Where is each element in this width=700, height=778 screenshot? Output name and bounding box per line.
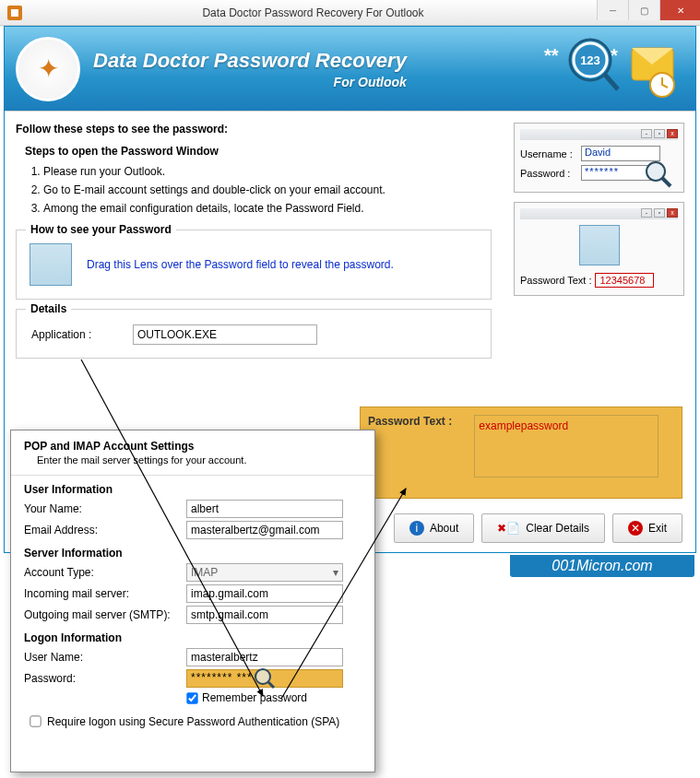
password-text-value: examplepassword bbox=[474, 415, 658, 477]
od-remember-checkbox[interactable] bbox=[186, 692, 197, 703]
clear-details-button[interactable]: ✖📄 Clear Details bbox=[481, 513, 605, 543]
svg-rect-1 bbox=[11, 9, 18, 17]
mini-pt-label: Password Text : bbox=[520, 275, 591, 286]
howto-text: Drag this Lens over the Password field t… bbox=[87, 258, 394, 271]
od-outgoing-label: Outgoing mail server (SMTP): bbox=[24, 608, 186, 621]
lens-drag-handle[interactable] bbox=[30, 243, 72, 286]
mini-maximize-icon: ▫ bbox=[654, 129, 665, 138]
step-item: Go to E-mail account settings and double… bbox=[43, 183, 495, 196]
outlook-settings-dialog: POP and IMAP Account Settings Enter the … bbox=[10, 430, 375, 772]
step-item: Among the email configuration details, l… bbox=[43, 202, 495, 215]
example-login-dialog: - ▫ x Username : David Password : ******… bbox=[514, 123, 684, 193]
example-result-dialog: - ▫ x Password Text : 12345678 bbox=[514, 202, 684, 296]
details-title: Details bbox=[26, 302, 71, 315]
application-label: Application : bbox=[26, 328, 133, 341]
steps-heading: Steps to open the Password Window bbox=[25, 145, 495, 158]
footer-brand: 001Micron.com bbox=[510, 555, 694, 577]
exit-icon: ✕ bbox=[628, 521, 643, 536]
mini-lens-icon bbox=[579, 225, 620, 265]
od-accounttype-select[interactable]: IMAP ▾ bbox=[186, 563, 343, 582]
header-banner: ✦ Data Doctor Password Recovery For Outl… bbox=[5, 27, 695, 112]
mini-password-label: Password : bbox=[520, 168, 581, 179]
od-title: POP and IMAP Account Settings bbox=[24, 440, 362, 453]
password-text-label: Password Text : bbox=[368, 415, 471, 428]
password-text-panel: Password Text : examplepassword bbox=[360, 407, 682, 499]
header-art-icon: ** 123 * bbox=[544, 34, 682, 104]
od-logon-heading: Logon Information bbox=[24, 631, 362, 644]
about-button[interactable]: i About bbox=[394, 513, 474, 543]
od-username-label: User Name: bbox=[24, 651, 186, 664]
chevron-down-icon: ▾ bbox=[333, 566, 338, 579]
od-server-info-heading: Server Information bbox=[24, 547, 362, 560]
steps-list: Please run your Outlook. Go to E-mail ac… bbox=[43, 165, 495, 215]
mini-minimize-icon: - bbox=[641, 208, 652, 218]
od-password-label: Password: bbox=[24, 672, 186, 685]
details-groupbox: Details Application : bbox=[16, 309, 492, 359]
clear-icon: ✖📄 bbox=[497, 522, 520, 535]
od-username-input[interactable] bbox=[186, 648, 343, 666]
maximize-button[interactable]: ▢ bbox=[628, 0, 659, 20]
od-user-info-heading: User Information bbox=[24, 483, 362, 496]
od-spa-label: Require logon using Secure Password Auth… bbox=[47, 715, 342, 728]
od-spa-checkbox[interactable] bbox=[30, 715, 41, 726]
howto-title: How to see your Password bbox=[26, 223, 176, 236]
close-button[interactable]: ✕ bbox=[659, 0, 700, 20]
mini-pt-value: 12345678 bbox=[595, 273, 654, 288]
mini-close-icon: x bbox=[667, 129, 678, 138]
od-password-input[interactable]: ******** *** bbox=[186, 669, 343, 688]
od-email-input[interactable] bbox=[186, 521, 343, 539]
svg-text:123: 123 bbox=[580, 53, 600, 67]
od-yourname-input[interactable] bbox=[186, 500, 343, 518]
intro-heading: Follow these steps to see the password: bbox=[16, 123, 495, 136]
step-item: Please run your Outlook. bbox=[43, 165, 495, 178]
lens-overlay-icon bbox=[254, 667, 276, 690]
mini-close-icon: x bbox=[667, 208, 678, 218]
svg-line-10 bbox=[604, 74, 618, 89]
od-yourname-label: Your Name: bbox=[24, 502, 186, 515]
od-email-label: Email Address: bbox=[24, 524, 186, 536]
header-subtitle: For Outlook bbox=[93, 75, 407, 89]
od-accounttype-label: Account Type: bbox=[24, 566, 186, 579]
mini-titlebar: - ▫ x bbox=[520, 129, 678, 140]
od-outgoing-input[interactable] bbox=[186, 606, 343, 624]
window-title: Data Doctor Password Recovery For Outloo… bbox=[30, 6, 597, 19]
magnifier-icon bbox=[643, 159, 674, 192]
od-remember-label: Remember password bbox=[202, 691, 307, 704]
mini-titlebar: - ▫ x bbox=[520, 208, 678, 219]
od-incoming-input[interactable] bbox=[186, 584, 343, 603]
mini-minimize-icon: - bbox=[641, 129, 652, 138]
info-icon: i bbox=[409, 521, 424, 536]
application-input[interactable] bbox=[133, 324, 317, 345]
app-icon bbox=[6, 4, 24, 22]
header-title: Data Doctor Password Recovery bbox=[93, 49, 407, 73]
logo-icon: ✦ bbox=[16, 37, 80, 101]
svg-line-12 bbox=[662, 178, 670, 186]
mini-maximize-icon: ▫ bbox=[654, 208, 665, 218]
svg-point-13 bbox=[255, 669, 270, 684]
minimize-button[interactable]: ─ bbox=[597, 0, 628, 20]
od-incoming-label: Incoming mail server: bbox=[24, 587, 186, 600]
od-subtitle: Enter the mail server settings for your … bbox=[37, 454, 362, 466]
window-titlebar: Data Doctor Password Recovery For Outloo… bbox=[0, 0, 700, 26]
exit-button[interactable]: ✕ Exit bbox=[612, 513, 682, 543]
howto-groupbox: How to see your Password Drag this Lens … bbox=[16, 230, 492, 300]
svg-text:**: ** bbox=[544, 45, 559, 65]
svg-line-14 bbox=[268, 682, 274, 688]
mini-username-label: Username : bbox=[520, 148, 581, 159]
